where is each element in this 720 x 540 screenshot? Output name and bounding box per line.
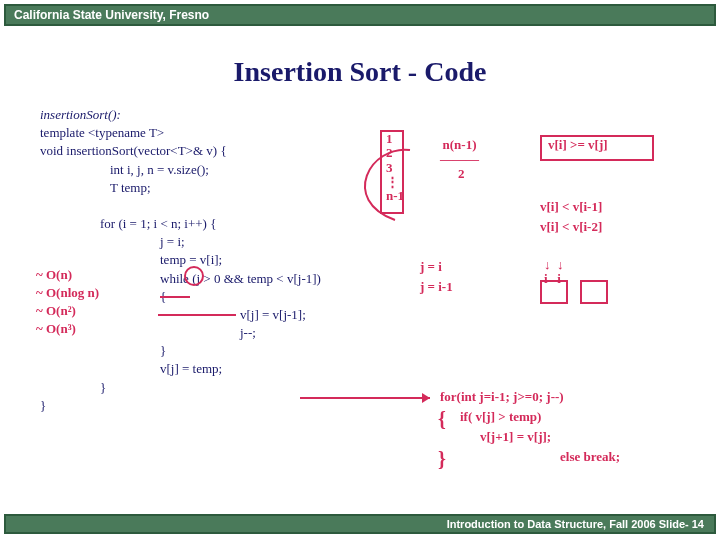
- annot-brace2: }: [438, 448, 446, 470]
- code-shift: v[j] = v[j-1];: [40, 306, 680, 324]
- code-content: insertionSort(): template <typename T> v…: [0, 106, 720, 415]
- annot-pseudo-swap: v[j+1] = v[j];: [480, 430, 551, 444]
- code-temp: T temp;: [40, 179, 680, 197]
- header-org: California State University, Fresno: [14, 8, 209, 22]
- page-footer: Introduction to Data Structure, Fall 200…: [4, 514, 716, 534]
- code-close-inner: }: [40, 342, 680, 360]
- code-jdec: j--;: [40, 324, 680, 342]
- annot-pseudo-else: else break;: [560, 450, 620, 464]
- code-store: v[j] = temp;: [40, 360, 680, 378]
- code-j-assign: j = i;: [40, 233, 680, 251]
- page-header: California State University, Fresno: [4, 4, 716, 26]
- code-decl: void insertionSort(vector<T>& v) {: [40, 142, 680, 160]
- code-template: template <typename T>: [40, 124, 680, 142]
- footer-text: Introduction to Data Structure, Fall 200…: [447, 518, 704, 530]
- code-temp-assign: temp = v[i];: [40, 251, 680, 269]
- code-close-outer: }: [40, 379, 680, 397]
- code-vars: int i, j, n = v.size();: [40, 161, 680, 179]
- slide-title: Insertion Sort - Code: [0, 56, 720, 88]
- code-close-fn: }: [40, 397, 680, 415]
- code-while: while (j > 0 && temp < v[j-1]): [40, 270, 680, 288]
- code-func-sig: insertionSort():: [40, 106, 680, 124]
- code-open-brace: {: [40, 288, 680, 306]
- code-for-outer: for (i = 1; i < n; i++) {: [40, 215, 680, 233]
